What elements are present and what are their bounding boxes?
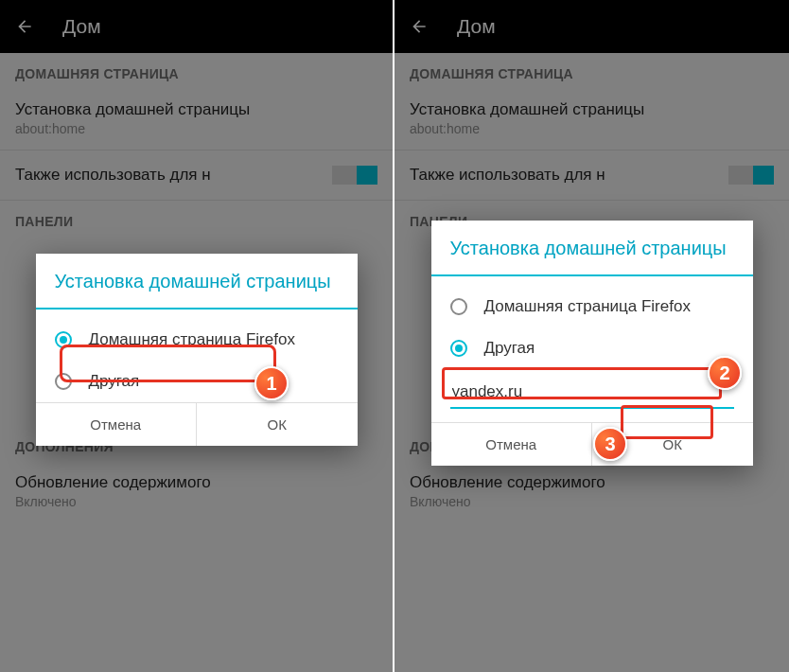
dialog-title: Установка домашней страницы: [431, 221, 753, 274]
screenshot-left: Дом ДОМАШНЯЯ СТРАНИЦА Установка домашней…: [0, 0, 394, 672]
step-badge-3: 3: [593, 427, 627, 461]
ok-button[interactable]: ОК: [197, 403, 358, 446]
screenshot-right: Дом ДОМАШНЯЯ СТРАНИЦА Установка домашней…: [394, 0, 789, 672]
radio-label: Домашняя страница Firefox: [484, 297, 691, 316]
annotation-highlight: [60, 345, 276, 382]
cancel-button[interactable]: Отмена: [36, 403, 198, 446]
dialog-buttons: Отмена ОК: [36, 402, 358, 446]
radio-other[interactable]: Другая: [431, 327, 753, 369]
radio-icon[interactable]: [450, 298, 467, 315]
divider: [431, 274, 753, 276]
radio-icon[interactable]: [450, 340, 467, 357]
step-badge-2: 2: [708, 356, 742, 390]
cancel-button[interactable]: Отмена: [431, 423, 593, 466]
radio-label: Другая: [484, 339, 535, 358]
radio-firefox-home[interactable]: Домашняя страница Firefox: [431, 286, 753, 327]
dialog-title: Установка домашней страницы: [36, 254, 358, 308]
annotation-highlight: [621, 405, 713, 439]
step-badge-1: 1: [254, 366, 289, 400]
annotation-highlight: [442, 367, 722, 399]
divider: [36, 308, 358, 309]
